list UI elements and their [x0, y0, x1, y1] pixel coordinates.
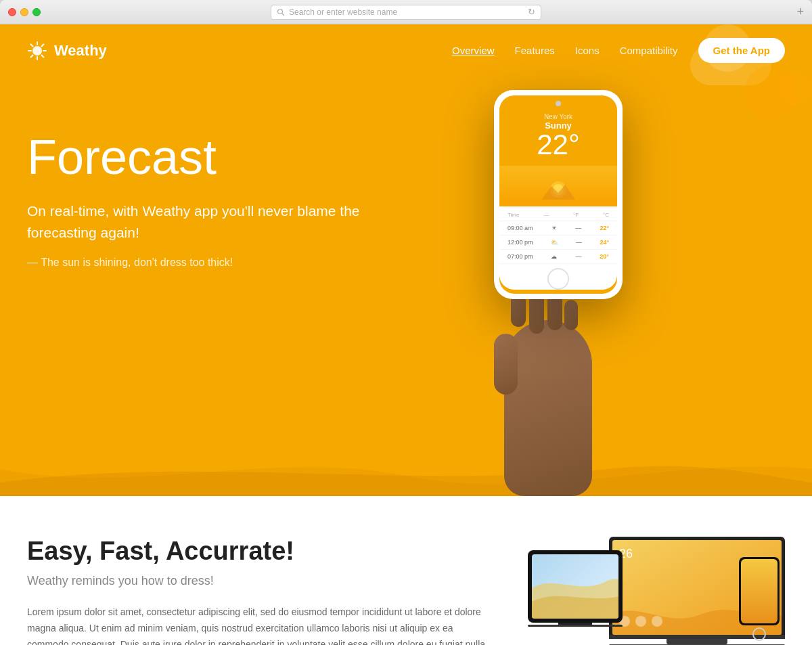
svg-point-2: [32, 46, 42, 55]
hero-section: Weathy Overview Features Icons Compatibi…: [0, 24, 812, 496]
phone-camera: [556, 101, 561, 106]
lower-section: Easy, Fast, Accurrate! Weathy reminds yo…: [0, 496, 812, 645]
small-phone-mockup: [739, 557, 780, 643]
logo-icon: [27, 41, 47, 61]
device-mockups: 26: [528, 537, 785, 645]
svg-line-7: [31, 44, 33, 46]
tablet-mockup: [528, 550, 623, 627]
nav-overview[interactable]: Overview: [452, 45, 495, 56]
lower-title: Easy, Fast, Accurrate!: [27, 537, 487, 566]
minimize-button[interactable]: [20, 8, 28, 16]
navbar: Weathy Overview Features Icons Compatibi…: [0, 24, 812, 76]
phone-forecast-row: 12:00 pm ⛅ — 24°: [499, 236, 617, 250]
svg-line-9: [42, 44, 44, 46]
window-controls: [8, 8, 41, 16]
tablet-screen: [532, 554, 618, 619]
phone-home-button: [547, 268, 569, 290]
hero-text-block: Forecast On real-time, with Weathy app y…: [27, 104, 392, 269]
hero-subtitle: On real-time, with Weathy app you'll nev…: [27, 200, 392, 243]
hand-finger-2: [529, 293, 544, 334]
phone-notch: [499, 95, 617, 109]
phone-temperature: 22°: [508, 131, 609, 159]
nav-compatibility[interactable]: Compatibility: [620, 45, 678, 56]
hero-title: Forecast: [27, 131, 392, 184]
new-tab-button[interactable]: +: [796, 5, 804, 19]
phone-mockup-area: New York Sunny 22°: [392, 104, 623, 442]
phone-forecast: Time — °F °C 09:00 am ☀ — 22°: [499, 206, 617, 290]
phone-forecast-header: Time — °F °C: [499, 206, 617, 221]
lower-text-block: Easy, Fast, Accurrate! Weathy reminds yo…: [27, 537, 487, 645]
get-app-button[interactable]: Get the App: [698, 38, 785, 63]
phone-screen: New York Sunny 22°: [499, 95, 617, 294]
phone-city: New York: [508, 113, 609, 120]
small-phone-screen: [741, 559, 777, 623]
refresh-icon[interactable]: ↻: [528, 7, 535, 17]
hand-finger-4: [564, 300, 578, 330]
svg-line-1: [282, 14, 284, 16]
logo: Weathy: [27, 41, 107, 61]
hero-content: Forecast On real-time, with Weathy app y…: [0, 76, 812, 496]
phone-mockup: New York Sunny 22°: [494, 90, 623, 299]
maximize-button[interactable]: [32, 8, 41, 16]
lower-subtitle: Weathy reminds you how to dress!: [27, 574, 487, 588]
url-placeholder: Search or enter website name: [289, 7, 397, 17]
hand-thumb: [494, 334, 518, 395]
svg-line-10: [31, 55, 33, 57]
hero-tagline: — The sun is shining, don't dress too th…: [27, 257, 392, 269]
hand-graphic: [494, 293, 602, 496]
browser-window: Search or enter website name ↻ +: [0, 0, 812, 645]
close-button[interactable]: [8, 8, 16, 16]
browser-titlebar: Search or enter website name ↻ +: [0, 0, 812, 24]
logo-text: Weathy: [54, 42, 107, 60]
small-phone-home: [752, 627, 766, 641]
search-icon: [277, 8, 285, 16]
phone-forecast-row: 09:00 am ☀ — 22°: [499, 221, 617, 236]
website: Weathy Overview Features Icons Compatibi…: [0, 24, 812, 645]
phone-weather-icon-area: [499, 166, 617, 206]
phone-sun-icon: [541, 173, 575, 200]
nav-icons[interactable]: Icons: [575, 45, 600, 56]
tablet-foot: [528, 625, 623, 627]
url-bar[interactable]: Search or enter website name ↻: [271, 5, 541, 20]
tablet-bezel: [528, 550, 623, 623]
phone-forecast-row: 07:00 pm ☁ — 20°: [499, 250, 617, 264]
small-phone-bezel: [739, 557, 780, 625]
tablet-wave: [532, 554, 618, 619]
svg-line-8: [42, 55, 44, 57]
laptop-stand: [667, 639, 727, 644]
nav-links: Overview Features Icons Compatibility Ge…: [452, 38, 785, 63]
lower-body-text: Lorem ipsum dolor sit amet, consectetur …: [27, 604, 487, 645]
nav-features[interactable]: Features: [515, 45, 555, 56]
svg-point-0: [278, 9, 283, 14]
phone-weather-display: New York Sunny 22°: [499, 109, 617, 166]
